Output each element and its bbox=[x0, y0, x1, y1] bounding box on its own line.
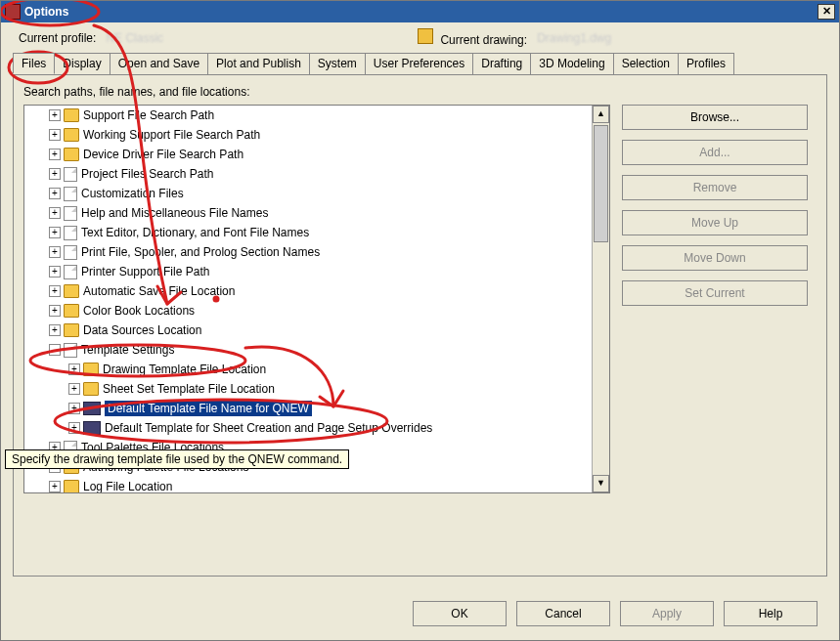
drawing-icon bbox=[418, 28, 433, 44]
profile-row: Current profile: NE Classic Current draw… bbox=[1, 22, 839, 53]
app-icon bbox=[5, 4, 21, 20]
add-button[interactable]: Add... bbox=[622, 140, 808, 165]
current-drawing-value: Drawing1.dwg bbox=[537, 31, 611, 45]
expand-icon[interactable]: + bbox=[49, 168, 61, 180]
options-dialog: Options ✕ Current profile: NE Classic Cu… bbox=[0, 0, 840, 641]
folder-icon bbox=[64, 284, 79, 298]
tree-label: Customization Files bbox=[81, 187, 184, 200]
expand-icon[interactable]: + bbox=[49, 207, 61, 219]
move-up-button[interactable]: Move Up bbox=[622, 210, 808, 235]
tab-user-preferences[interactable]: User Preferences bbox=[365, 53, 473, 74]
expand-icon[interactable]: + bbox=[49, 149, 61, 160]
titlebar[interactable]: Options ✕ bbox=[1, 1, 839, 22]
scroll-up-button[interactable]: ▲ bbox=[593, 106, 609, 123]
tree-label: Help and Miscellaneous File Names bbox=[81, 206, 268, 220]
tooltip: Specify the drawing template file used b… bbox=[5, 449, 349, 469]
tree-label: Log File Location bbox=[83, 480, 172, 492]
tab-open-and-save[interactable]: Open and Save bbox=[110, 53, 208, 74]
tree-row[interactable]: +Device Driver File Search Path bbox=[24, 145, 592, 164]
expand-icon[interactable]: + bbox=[49, 481, 61, 492]
tab-system[interactable]: System bbox=[309, 53, 366, 74]
page-icon bbox=[64, 206, 77, 221]
tree-label: Project Files Search Path bbox=[81, 167, 213, 181]
tree-label: Print File, Spooler, and Prolog Section … bbox=[81, 245, 320, 259]
expand-icon[interactable]: + bbox=[49, 246, 61, 258]
tree-row[interactable]: +Printer Support File Path bbox=[24, 262, 592, 281]
tree-row[interactable]: +Text Editor, Dictionary, and Font File … bbox=[24, 223, 592, 242]
browse-button[interactable]: Browse... bbox=[622, 105, 808, 130]
window-title: Options bbox=[24, 5, 68, 19]
ok-button[interactable]: OK bbox=[413, 601, 507, 626]
dwg-icon bbox=[83, 402, 101, 415]
button-column: Browse... Add... Remove Move Up Move Dow… bbox=[622, 105, 808, 493]
expand-icon[interactable]: + bbox=[68, 403, 80, 414]
expand-icon[interactable]: + bbox=[49, 266, 61, 278]
collapse-icon[interactable]: - bbox=[49, 344, 61, 356]
tree-row[interactable]: +Default Template File Name for QNEW bbox=[24, 399, 592, 418]
tree-label: Template Settings bbox=[81, 343, 174, 357]
tree-row[interactable]: +Customization Files bbox=[24, 184, 592, 203]
page-icon bbox=[64, 187, 77, 201]
tree-label: Drawing Template File Location bbox=[103, 363, 266, 376]
tab-strip: FilesDisplayOpen and SavePlot and Publis… bbox=[1, 53, 839, 74]
remove-button[interactable]: Remove bbox=[622, 175, 808, 200]
tree-label: Printer Support File Path bbox=[81, 265, 209, 278]
dwg-icon bbox=[83, 421, 101, 435]
tree-row[interactable]: +Project Files Search Path bbox=[24, 164, 592, 184]
expand-icon[interactable]: + bbox=[68, 383, 80, 395]
tree-label: Text Editor, Dictionary, and Font File N… bbox=[81, 226, 309, 239]
expand-icon[interactable]: + bbox=[68, 422, 80, 434]
page-icon bbox=[64, 265, 77, 279]
current-drawing-label-text: Current drawing: bbox=[440, 33, 527, 47]
page-icon bbox=[64, 245, 77, 260]
vertical-scrollbar[interactable]: ▲ ▼ bbox=[592, 106, 609, 492]
expand-icon[interactable]: + bbox=[68, 363, 80, 375]
tree-row[interactable]: +Support File Search Path bbox=[24, 106, 592, 125]
tree-row[interactable]: +Sheet Set Template File Location bbox=[24, 379, 592, 399]
tree-row[interactable]: -Template Settings bbox=[24, 340, 592, 360]
tab-profiles[interactable]: Profiles bbox=[678, 53, 734, 74]
folder-icon bbox=[64, 108, 79, 122]
tab-files[interactable]: Files bbox=[13, 53, 55, 74]
apply-button[interactable]: Apply bbox=[620, 601, 714, 626]
tree-row[interactable]: +Default Template for Sheet Creation and… bbox=[24, 418, 592, 438]
page-icon bbox=[64, 226, 77, 240]
tree-label: Support File Search Path bbox=[83, 108, 214, 122]
cancel-button[interactable]: Cancel bbox=[516, 601, 610, 626]
tree-label: Sheet Set Template File Location bbox=[103, 382, 275, 396]
tree-row[interactable]: +Automatic Save File Location bbox=[24, 281, 592, 301]
tree-row[interactable]: +Data Sources Location bbox=[24, 320, 592, 340]
tree-row[interactable]: +Print File, Spooler, and Prolog Section… bbox=[24, 242, 592, 262]
expand-icon[interactable]: + bbox=[49, 324, 61, 336]
tab-3d-modeling[interactable]: 3D Modeling bbox=[530, 53, 613, 74]
set-current-button[interactable]: Set Current bbox=[622, 280, 808, 306]
page-icon bbox=[64, 167, 77, 182]
expand-icon[interactable]: + bbox=[49, 188, 61, 199]
folder-icon bbox=[83, 363, 99, 376]
tab-drafting[interactable]: Drafting bbox=[472, 53, 531, 74]
tree-view[interactable]: +Support File Search Path+Working Suppor… bbox=[23, 105, 610, 493]
scroll-thumb[interactable] bbox=[594, 125, 608, 242]
tab-display[interactable]: Display bbox=[54, 53, 110, 74]
expand-icon[interactable]: + bbox=[49, 305, 61, 317]
tree-row[interactable]: +Drawing Template File Location bbox=[24, 360, 592, 379]
help-button[interactable]: Help bbox=[724, 601, 818, 626]
tree-row[interactable]: +Color Book Locations bbox=[24, 301, 592, 320]
tab-plot-and-publish[interactable]: Plot and Publish bbox=[207, 53, 310, 74]
expand-icon[interactable]: + bbox=[49, 285, 61, 297]
close-icon[interactable]: ✕ bbox=[818, 4, 835, 20]
tree-row[interactable]: +Working Support File Search Path bbox=[24, 125, 592, 145]
scroll-down-button[interactable]: ▼ bbox=[593, 475, 609, 492]
expand-icon[interactable]: + bbox=[49, 109, 61, 121]
move-down-button[interactable]: Move Down bbox=[622, 245, 808, 271]
expand-icon[interactable]: + bbox=[49, 129, 61, 141]
expand-icon[interactable]: + bbox=[49, 227, 61, 238]
files-panel: Search paths, file names, and file locat… bbox=[13, 74, 827, 577]
tree-row[interactable]: +Help and Miscellaneous File Names bbox=[24, 203, 592, 223]
tree-label: Color Book Locations bbox=[83, 304, 195, 318]
tree-row[interactable]: +Log File Location bbox=[24, 477, 592, 492]
tree-label: Automatic Save File Location bbox=[83, 284, 235, 298]
tree-label: Default Template for Sheet Creation and … bbox=[105, 421, 432, 435]
current-drawing-label: Current drawing: bbox=[418, 28, 527, 47]
tab-selection[interactable]: Selection bbox=[613, 53, 679, 74]
